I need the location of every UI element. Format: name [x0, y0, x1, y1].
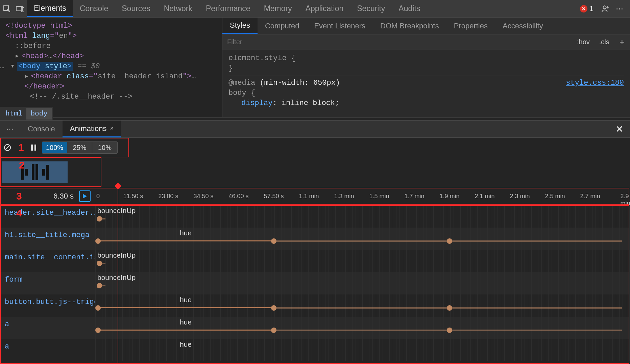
animation-track[interactable]: formbounceInUp [0, 272, 630, 294]
hov-toggle[interactable]: :hov [572, 38, 595, 46]
timeline-ruler[interactable]: 011.50 s23.00 s34.50 s46.00 s57.50 s1.1 … [95, 188, 630, 204]
tick: 2.3 min [510, 193, 530, 200]
svg-point-3 [603, 6, 606, 9]
drawer-close-icon[interactable]: ✕ [615, 124, 623, 135]
tab-memory[interactable]: Memory [257, 0, 299, 17]
breadcrumb[interactable]: htmlbody [0, 107, 53, 120]
error-count[interactable]: 1 [589, 4, 593, 13]
tick: 11.50 s [123, 193, 143, 200]
new-rule-icon[interactable]: + [614, 37, 630, 47]
track-lane[interactable]: hue [95, 294, 630, 317]
animation-tracks: header.site__header.isbounceInUph1.site_… [0, 205, 630, 364]
tick: 0 [96, 193, 100, 200]
animations-panel: 1 2 3 4 100%25%10% 6.30 s 011.50 s23.00 … [0, 138, 630, 364]
styles-tab-properties[interactable]: Properties [446, 18, 495, 34]
track-element-label: h1.site__title.mega [0, 228, 95, 250]
tick: 57.50 s [264, 193, 284, 200]
track-lane[interactable]: hue [95, 228, 630, 250]
track-element-label: main.site__content.is [0, 250, 95, 272]
device-toggle-icon[interactable] [14, 0, 27, 18]
track-lane[interactable]: bounceInUp [95, 250, 630, 272]
dom-line: <!doctype html> [5, 22, 72, 30]
animation-controls: 100%25%10% [0, 138, 118, 157]
clear-icon[interactable] [3, 144, 11, 152]
pause-icon[interactable] [30, 144, 37, 151]
animation-track[interactable]: ahue [0, 339, 630, 361]
speed-100pct[interactable]: 100% [42, 142, 67, 153]
inspect-icon[interactable] [0, 0, 14, 18]
styles-tab-styles[interactable]: Styles [222, 18, 258, 34]
track-animation-name: bounceInUp [97, 207, 136, 215]
styles-tab-dom-breakpoints[interactable]: DOM Breakpoints [373, 18, 446, 34]
drawer-tab-console[interactable]: Console [20, 121, 63, 137]
track-lane[interactable]: bounceInUp [95, 272, 630, 294]
tick: 2.1 min [475, 193, 494, 200]
tab-performance[interactable]: Performance [199, 0, 257, 17]
speed-25pct[interactable]: 25% [67, 142, 92, 153]
tick: 1.9 min [439, 193, 459, 200]
tab-console[interactable]: Console [73, 0, 115, 17]
breadcrumb-item[interactable]: html [1, 108, 26, 120]
source-link[interactable]: style.css:180 [566, 78, 624, 88]
animation-track[interactable]: ahue [0, 317, 630, 339]
current-time: 6.30 s [53, 192, 74, 201]
speed-10pct[interactable]: 10% [92, 142, 117, 153]
styles-pane: StylesComputedEvent ListenersDOM Breakpo… [222, 18, 630, 117]
annotation-label-1: 1 [18, 142, 24, 153]
tab-network[interactable]: Network [157, 0, 199, 17]
tab-security[interactable]: Security [350, 0, 392, 17]
tick: 1.7 min [404, 193, 424, 200]
tick: 2.7 min [580, 193, 600, 200]
timeline-header[interactable]: 6.30 s 011.50 s23.00 s34.50 s46.00 s57.5… [0, 188, 630, 205]
cls-toggle[interactable]: .cls [595, 38, 614, 46]
track-animation-name: hue [180, 318, 192, 326]
drawer-tabstrip: ⋯ ConsoleAnimations× ✕ [0, 120, 630, 138]
animation-track[interactable]: button.butt.js--trigghue [0, 294, 630, 317]
svg-rect-6 [34, 145, 36, 151]
speed-group: 100%25%10% [42, 141, 118, 154]
tick: 23.00 s [158, 193, 178, 200]
animation-track[interactable]: header.site__header.isbounceInUp [0, 205, 630, 228]
track-element-label: a [0, 339, 95, 361]
tab-sources[interactable]: Sources [115, 0, 157, 17]
styles-filter-row: :hov .cls + [222, 34, 630, 50]
error-badge-icon[interactable]: ✕ [580, 5, 587, 12]
main-toolbar: ElementsConsoleSourcesNetworkPerformance… [0, 0, 630, 18]
styles-filter-input[interactable] [222, 35, 572, 49]
track-element-label: a [0, 317, 95, 339]
animation-track[interactable]: main.site__content.isbounceInUp [0, 250, 630, 272]
annotation-label-3: 3 [16, 190, 22, 202]
track-lane[interactable]: hue [95, 317, 630, 339]
tick: 1.5 min [369, 193, 389, 200]
play-icon[interactable] [79, 190, 91, 202]
track-element-label: button.butt.js--trigg [0, 294, 95, 317]
playhead[interactable] [118, 186, 118, 364]
tick: 1.1 min [299, 193, 319, 200]
track-animation-name: hue [180, 296, 192, 304]
breadcrumb-item[interactable]: body [26, 108, 51, 120]
close-tab-icon[interactable]: × [110, 125, 114, 132]
animation-track[interactable]: h1.site__title.megahue [0, 228, 630, 250]
track-animation-name: hue [180, 340, 192, 348]
tab-elements[interactable]: Elements [27, 0, 73, 17]
styles-tab-computed[interactable]: Computed [258, 18, 307, 34]
tick: 2.9 min [621, 193, 630, 207]
dom-tree[interactable]: <!doctype html> <html lang="en"> ::befor… [0, 18, 222, 117]
styles-tab-accessibility[interactable]: Accessibility [495, 18, 551, 34]
styles-tab-event-listeners[interactable]: Event Listeners [307, 18, 373, 34]
styles-body[interactable]: element.style { } style.css:180 @media (… [222, 50, 630, 117]
tick: 46.00 s [228, 193, 248, 200]
track-lane[interactable]: hue [95, 339, 630, 361]
elements-panel: <!doctype html> <html lang="en"> ::befor… [0, 18, 630, 118]
tab-audits[interactable]: Audits [392, 0, 427, 17]
animation-group-thumbnail[interactable] [2, 161, 68, 183]
track-lane[interactable]: bounceInUp [95, 205, 630, 228]
annotation-label-4: 4 [16, 207, 22, 219]
annotation-label-2: 2 [19, 159, 25, 171]
drawer-tab-animations[interactable]: Animations× [63, 121, 121, 137]
profile-icon[interactable] [601, 4, 610, 13]
tab-application[interactable]: Application [299, 0, 350, 17]
track-animation-name: bounceInUp [97, 274, 136, 282]
more-icon[interactable]: ⋯ [616, 4, 624, 13]
drawer-more-icon[interactable]: ⋯ [0, 125, 20, 133]
